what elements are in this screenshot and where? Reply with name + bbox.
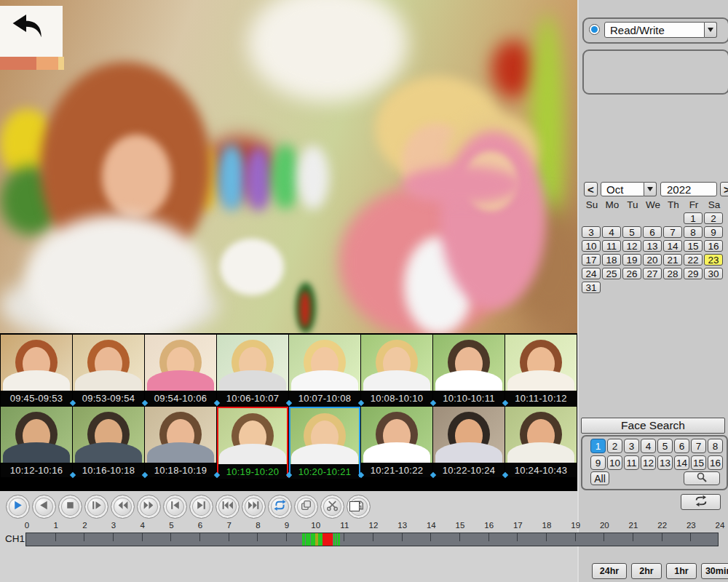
face-thumbnail[interactable]: 09:53-09:54 bbox=[73, 335, 144, 405]
calendar-day-2[interactable]: 2 bbox=[704, 212, 723, 224]
play-button[interactable] bbox=[6, 495, 30, 519]
face-thumbnail[interactable]: 10:10-10:11 bbox=[433, 335, 505, 405]
calendar-day-19[interactable]: 19 bbox=[622, 254, 641, 266]
calendar-day-27[interactable]: 27 bbox=[643, 268, 662, 279]
calendar-year-field[interactable]: 2022 bbox=[660, 182, 717, 196]
range-30min-button[interactable]: 30min bbox=[701, 563, 728, 579]
face-search-button[interactable] bbox=[684, 471, 720, 485]
face-channel-10[interactable]: 10 bbox=[607, 455, 622, 470]
face-thumbnail[interactable]: 10:19-10:20 bbox=[217, 407, 288, 477]
rewind-button[interactable] bbox=[111, 495, 135, 519]
face-channel-all-button[interactable]: All bbox=[590, 471, 609, 485]
loop-button[interactable] bbox=[268, 495, 292, 519]
calendar-day-31[interactable]: 31 bbox=[582, 282, 601, 293]
face-channel-12[interactable]: 12 bbox=[641, 455, 656, 470]
face-channel-2[interactable]: 2 bbox=[607, 439, 622, 453]
shoulders-shape bbox=[291, 370, 358, 391]
reverse-play-button[interactable] bbox=[32, 495, 56, 519]
face-channel-6[interactable]: 6 bbox=[674, 439, 689, 453]
calendar-day-24[interactable]: 24 bbox=[582, 268, 601, 279]
calendar-day-8[interactable]: 8 bbox=[684, 226, 703, 238]
range-24hr-button[interactable]: 24hr bbox=[592, 563, 627, 579]
calendar-prev-button[interactable]: < bbox=[584, 182, 598, 196]
face-channel-9[interactable]: 9 bbox=[590, 455, 606, 470]
calendar-day-17[interactable]: 17 bbox=[582, 254, 601, 266]
face-thumbnail[interactable]: 10:06-10:07 bbox=[217, 335, 288, 405]
face-thumbnail[interactable]: 09:54-10:06 bbox=[145, 335, 216, 405]
calendar-day-13[interactable]: 13 bbox=[643, 240, 662, 252]
face-channel-1[interactable]: 1 bbox=[590, 439, 606, 453]
calendar-day-23[interactable]: 23 bbox=[704, 254, 723, 266]
stream-mode-dropdown-button[interactable] bbox=[705, 22, 717, 38]
range-2hr-button[interactable]: 2hr bbox=[631, 563, 662, 579]
face-channel-16[interactable]: 16 bbox=[708, 455, 723, 470]
face-channel-11[interactable]: 11 bbox=[624, 455, 639, 470]
calendar-day-18[interactable]: 18 bbox=[602, 254, 621, 266]
next-frame-button[interactable] bbox=[189, 495, 213, 519]
shoulders-shape bbox=[363, 442, 430, 463]
fast-forward-button[interactable] bbox=[137, 495, 161, 519]
back-button[interactable] bbox=[9, 12, 44, 41]
face-channel-8[interactable]: 8 bbox=[708, 439, 723, 453]
face-channel-3[interactable]: 3 bbox=[624, 439, 639, 453]
next-record-button[interactable] bbox=[242, 495, 266, 519]
calendar-day-10[interactable]: 10 bbox=[582, 240, 601, 252]
stream-mode-select[interactable]: Read/Write bbox=[604, 22, 705, 38]
swap-button[interactable] bbox=[681, 494, 721, 510]
calendar-day-25[interactable]: 25 bbox=[602, 268, 621, 279]
face-thumbnail[interactable]: 10:24-10:43 bbox=[505, 407, 577, 477]
calendar-day-6[interactable]: 6 bbox=[643, 226, 662, 238]
prev-frame-button[interactable] bbox=[163, 495, 187, 519]
calendar-day-21[interactable]: 21 bbox=[663, 254, 682, 266]
frame-play-button[interactable] bbox=[84, 495, 108, 519]
calendar-next-button[interactable]: > bbox=[720, 182, 728, 196]
calendar-day-26[interactable]: 26 bbox=[622, 268, 641, 279]
calendar-day-30[interactable]: 30 bbox=[704, 268, 723, 279]
calendar-day-7[interactable]: 7 bbox=[663, 226, 682, 238]
face-channel-7[interactable]: 7 bbox=[691, 439, 706, 453]
range-1hr-button[interactable]: 1hr bbox=[666, 563, 697, 579]
face-thumbnail[interactable]: 10:08-10:10 bbox=[361, 335, 432, 405]
calendar-day-4[interactable]: 4 bbox=[602, 226, 621, 238]
calendar-day-14[interactable]: 14 bbox=[663, 240, 682, 252]
controls-checkbox[interactable] bbox=[349, 501, 360, 511]
stop-button[interactable] bbox=[58, 495, 82, 519]
calendar-day-5[interactable]: 5 bbox=[622, 226, 641, 238]
face-thumbnail[interactable]: 10:21-10:22 bbox=[361, 407, 432, 477]
face-thumbnail[interactable]: 10:07-10:08 bbox=[289, 335, 360, 405]
calendar-day-28[interactable]: 28 bbox=[663, 268, 682, 279]
backup-button[interactable] bbox=[294, 495, 318, 519]
face-thumbnail[interactable]: 10:16-10:18 bbox=[73, 407, 144, 477]
calendar-day-3[interactable]: 3 bbox=[582, 226, 601, 238]
prev-record-button[interactable] bbox=[215, 495, 240, 519]
calendar-day-1[interactable]: 1 bbox=[684, 212, 703, 224]
clip-button[interactable] bbox=[320, 495, 344, 519]
timeline-bar[interactable] bbox=[25, 533, 719, 546]
calendar-month-select[interactable]: Oct bbox=[601, 182, 644, 196]
face-channel-13[interactable]: 13 bbox=[657, 455, 673, 470]
scene-blob bbox=[25, 215, 207, 333]
face-channel-15[interactable]: 15 bbox=[691, 455, 706, 470]
calendar-day-9[interactable]: 9 bbox=[704, 226, 723, 238]
hour-label: 10 bbox=[311, 521, 320, 530]
calendar-day-22[interactable]: 22 bbox=[684, 254, 703, 266]
calendar-day-11[interactable]: 11 bbox=[602, 240, 621, 252]
face-thumbnail[interactable]: 10:12-10:16 bbox=[1, 407, 72, 477]
face-thumbnail[interactable]: 09:45-09:53 bbox=[1, 335, 72, 405]
face-channel-5[interactable]: 5 bbox=[657, 439, 673, 453]
stream-mode-radio[interactable] bbox=[589, 24, 600, 35]
face-channel-14[interactable]: 14 bbox=[674, 455, 689, 470]
calendar-day-12[interactable]: 12 bbox=[622, 240, 641, 252]
face-thumbnail[interactable]: 10:18-10:19 bbox=[145, 407, 216, 477]
video-preview[interactable] bbox=[0, 0, 577, 333]
face-channel-4[interactable]: 4 bbox=[641, 439, 656, 453]
face-thumbnail[interactable]: 10:20-10:21 bbox=[289, 407, 360, 477]
face-thumbnail[interactable]: 10:11-10:12 bbox=[505, 335, 577, 405]
calendar-day-20[interactable]: 20 bbox=[643, 254, 662, 266]
calendar-day-29[interactable]: 29 bbox=[684, 268, 703, 279]
loop-icon bbox=[274, 499, 286, 514]
calendar-day-16[interactable]: 16 bbox=[704, 240, 723, 252]
calendar-month-dropdown-button[interactable] bbox=[644, 182, 657, 196]
face-thumbnail[interactable]: 10:22-10:24 bbox=[433, 407, 505, 477]
calendar-day-15[interactable]: 15 bbox=[684, 240, 703, 252]
